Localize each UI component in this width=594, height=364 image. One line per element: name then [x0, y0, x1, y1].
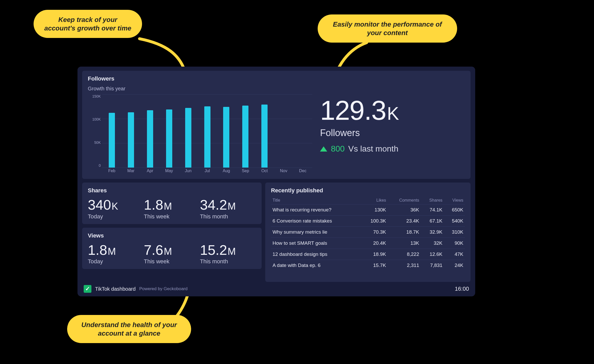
delta-label: Vs last month — [348, 144, 398, 154]
y-tick: 0 — [88, 163, 102, 168]
views-title: Views — [88, 232, 256, 239]
bar — [242, 106, 248, 168]
metric-value: 7.6M — [144, 243, 200, 257]
y-tick: 100K — [88, 117, 102, 121]
table-row: What is recurring revenue?130K36K74.1K65… — [271, 204, 465, 216]
metric-label: Today — [88, 258, 144, 265]
dashboard: Followers Growth this year 150K100K50K0 … — [77, 67, 475, 296]
clock: 16:00 — [455, 286, 469, 292]
caret-up-icon — [320, 146, 327, 152]
table-cell: 36K — [388, 204, 421, 216]
bar — [261, 105, 268, 168]
table-row: Why summary metrics lie70.3K18.7K32.9K31… — [271, 227, 465, 238]
bar-slot — [274, 94, 293, 168]
metric-value: 1.8M — [88, 243, 144, 257]
bar-slot — [179, 94, 198, 168]
recent-title: Recently published — [271, 187, 465, 194]
table-row: 12 dashboard design tips18.9K8,22212.6K4… — [271, 249, 465, 260]
bar-slot — [160, 94, 179, 168]
table-cell: 18.7K — [388, 227, 421, 238]
delta-value: 800 — [331, 144, 345, 154]
table-cell: 23.4K — [388, 216, 421, 227]
table-cell: 15.7K — [361, 260, 388, 271]
table-cell: 20.4K — [361, 238, 388, 249]
x-label: Feb — [102, 169, 121, 175]
table-cell: 6 Converison rate mistakes — [271, 216, 361, 227]
bar — [166, 109, 172, 168]
x-label: Oct — [255, 169, 274, 175]
y-tick: 50K — [88, 140, 102, 145]
recent-table: TitleLikesCommentsSharesViews What is re… — [271, 196, 465, 271]
x-label: Mar — [121, 169, 140, 175]
metric-label: This week — [144, 258, 200, 265]
callout-growth: Keep track of your account's growth over… — [34, 10, 142, 38]
table-cell: 24K — [444, 260, 465, 271]
metric-value: 340K — [88, 197, 144, 212]
metric-value: 34.2M — [200, 197, 256, 212]
bar-slot — [140, 94, 160, 168]
followers-delta: 800 Vs last month — [320, 144, 465, 154]
geckoboard-logo-icon: ✓ — [84, 285, 91, 293]
x-label: Nov — [274, 169, 293, 175]
x-label: Jul — [198, 169, 217, 175]
bar — [147, 110, 153, 168]
table-cell: 310K — [444, 227, 465, 238]
bar — [223, 107, 229, 168]
table-row: How to set SMART goals20.4K13K32K90K — [271, 238, 465, 249]
bar-slot — [255, 94, 274, 168]
bar-slot — [102, 94, 121, 168]
recent-panel: Recently published TitleLikesCommentsSha… — [265, 183, 471, 282]
metric-label: This month — [200, 213, 256, 220]
table-header: Views — [444, 196, 465, 204]
bar-slot — [198, 94, 217, 168]
x-label: May — [160, 169, 179, 175]
big-suffix: K — [387, 105, 398, 123]
views-panel: Views 1.8MToday7.6MThis week15.2MThis mo… — [82, 228, 262, 269]
table-cell: Why summary metrics lie — [271, 227, 361, 238]
table-cell: 18.9K — [361, 249, 388, 260]
table-cell: 67.1K — [421, 216, 444, 227]
table-header: Title — [271, 196, 361, 204]
followers-title: Followers — [88, 75, 312, 82]
followers-label: Followers — [320, 128, 465, 138]
bar-slot — [121, 94, 140, 168]
metric-value: 15.2M — [200, 243, 256, 257]
bar — [185, 108, 191, 168]
table-cell: 90K — [444, 238, 465, 249]
followers-count: 129.3 K — [320, 97, 465, 124]
x-label: Sep — [236, 169, 255, 175]
metric-value: 1.8M — [144, 197, 200, 212]
metric-cell: 34.2MThis month — [200, 197, 256, 220]
table-cell: 74.1K — [421, 204, 444, 216]
x-label: Jun — [179, 169, 198, 175]
table-cell: 650K — [444, 204, 465, 216]
bar-slot — [217, 94, 236, 168]
table-cell: 32.9K — [421, 227, 444, 238]
x-label: Dec — [293, 169, 312, 175]
table-cell: 130K — [361, 204, 388, 216]
table-row: 6 Converison rate mistakes100.3K23.4K67.… — [271, 216, 465, 227]
table-cell: 47K — [444, 249, 465, 260]
followers-panel: Followers Growth this year 150K100K50K0 … — [82, 71, 471, 179]
table-header: Comments — [388, 196, 421, 204]
metric-cell: 340KToday — [88, 197, 144, 220]
bar-slot — [236, 94, 255, 168]
table-header: Shares — [421, 196, 444, 204]
dashboard-footer: ✓ TikTok dashboard Powered by Geckoboard… — [82, 282, 471, 294]
table-cell: 8,222 — [388, 249, 421, 260]
powered-by: Powered by Geckoboard — [139, 286, 187, 291]
table-cell: 12.6K — [421, 249, 444, 260]
table-cell: A date with Data ep. 6 — [271, 260, 361, 271]
metric-cell: 7.6MThis week — [144, 243, 200, 265]
metric-label: Today — [88, 213, 144, 220]
big-value: 129.3 — [320, 97, 386, 124]
callout-content: Easily monitor the performance of your c… — [318, 14, 457, 43]
table-header: Likes — [361, 196, 388, 204]
metric-label: This month — [200, 258, 256, 265]
table-cell: 7,831 — [421, 260, 444, 271]
followers-subtitle: Growth this year — [88, 86, 312, 92]
table-row: A date with Data ep. 615.7K2,3117,83124K — [271, 260, 465, 271]
bar — [204, 106, 210, 168]
table-cell: 12 dashboard design tips — [271, 249, 361, 260]
table-cell: 13K — [388, 238, 421, 249]
